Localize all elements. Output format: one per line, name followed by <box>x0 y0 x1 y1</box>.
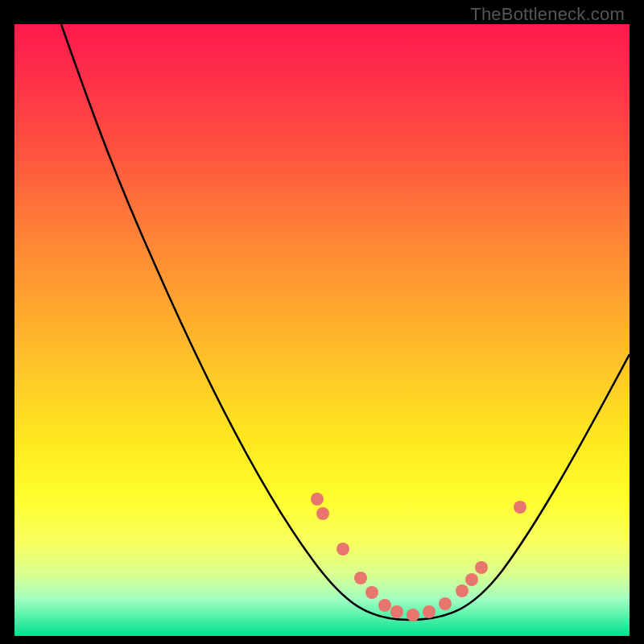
data-point <box>407 609 419 621</box>
data-points <box>311 493 526 621</box>
data-point <box>475 561 488 574</box>
data-point <box>316 507 329 520</box>
chart-frame <box>14 24 630 636</box>
data-point <box>465 573 478 586</box>
curve-path <box>61 24 630 620</box>
data-point <box>439 597 452 610</box>
data-point <box>514 501 526 514</box>
plot-area <box>14 24 630 636</box>
data-point <box>336 543 349 555</box>
data-point <box>365 586 378 599</box>
data-point <box>311 493 324 506</box>
data-point <box>456 584 469 597</box>
data-point <box>423 605 436 618</box>
data-point <box>390 605 403 618</box>
data-point <box>354 572 367 584</box>
data-point <box>378 599 391 612</box>
chart-svg <box>14 24 630 636</box>
watermark-text: TheBottleneck.com <box>470 4 625 25</box>
